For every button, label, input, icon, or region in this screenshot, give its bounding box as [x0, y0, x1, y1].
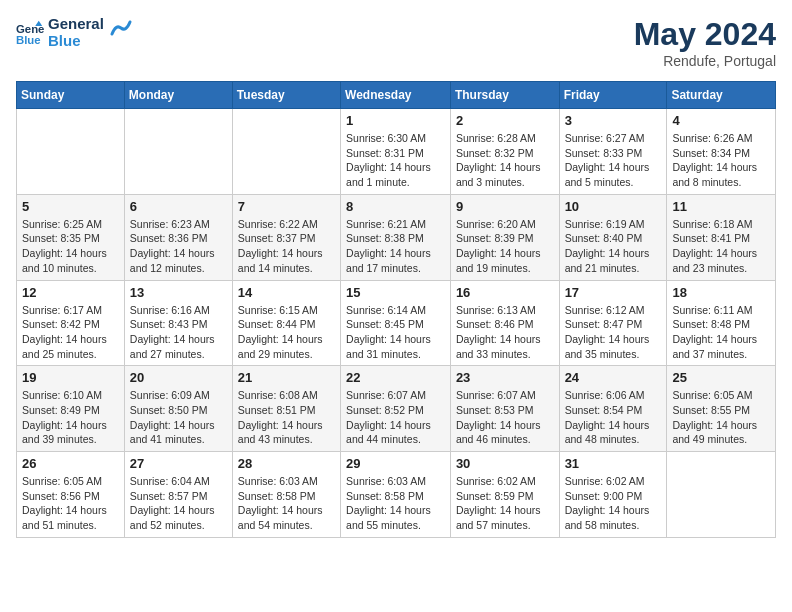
calendar-week-row: 1Sunrise: 6:30 AM Sunset: 8:31 PM Daylig…	[17, 109, 776, 195]
day-number: 13	[130, 285, 227, 300]
weekday-header: Thursday	[450, 82, 559, 109]
weekday-header: Wednesday	[341, 82, 451, 109]
calendar-week-row: 5Sunrise: 6:25 AM Sunset: 8:35 PM Daylig…	[17, 194, 776, 280]
calendar-cell: 14Sunrise: 6:15 AM Sunset: 8:44 PM Dayli…	[232, 280, 340, 366]
weekday-header: Friday	[559, 82, 667, 109]
weekday-header: Tuesday	[232, 82, 340, 109]
calendar-cell: 18Sunrise: 6:11 AM Sunset: 8:48 PM Dayli…	[667, 280, 776, 366]
day-number: 21	[238, 370, 335, 385]
day-number: 27	[130, 456, 227, 471]
calendar-cell: 19Sunrise: 6:10 AM Sunset: 8:49 PM Dayli…	[17, 366, 125, 452]
day-number: 23	[456, 370, 554, 385]
cell-info: Sunrise: 6:23 AM Sunset: 8:36 PM Dayligh…	[130, 217, 227, 276]
cell-info: Sunrise: 6:28 AM Sunset: 8:32 PM Dayligh…	[456, 131, 554, 190]
calendar-cell: 11Sunrise: 6:18 AM Sunset: 8:41 PM Dayli…	[667, 194, 776, 280]
day-number: 19	[22, 370, 119, 385]
cell-info: Sunrise: 6:14 AM Sunset: 8:45 PM Dayligh…	[346, 303, 445, 362]
calendar-cell: 4Sunrise: 6:26 AM Sunset: 8:34 PM Daylig…	[667, 109, 776, 195]
calendar-cell: 10Sunrise: 6:19 AM Sunset: 8:40 PM Dayli…	[559, 194, 667, 280]
calendar-cell: 1Sunrise: 6:30 AM Sunset: 8:31 PM Daylig…	[341, 109, 451, 195]
calendar-week-row: 12Sunrise: 6:17 AM Sunset: 8:42 PM Dayli…	[17, 280, 776, 366]
calendar-cell: 30Sunrise: 6:02 AM Sunset: 8:59 PM Dayli…	[450, 452, 559, 538]
calendar-cell: 27Sunrise: 6:04 AM Sunset: 8:57 PM Dayli…	[124, 452, 232, 538]
cell-info: Sunrise: 6:09 AM Sunset: 8:50 PM Dayligh…	[130, 388, 227, 447]
calendar-cell: 15Sunrise: 6:14 AM Sunset: 8:45 PM Dayli…	[341, 280, 451, 366]
calendar-cell: 21Sunrise: 6:08 AM Sunset: 8:51 PM Dayli…	[232, 366, 340, 452]
day-number: 2	[456, 113, 554, 128]
cell-info: Sunrise: 6:06 AM Sunset: 8:54 PM Dayligh…	[565, 388, 662, 447]
day-number: 10	[565, 199, 662, 214]
day-number: 3	[565, 113, 662, 128]
calendar-cell: 31Sunrise: 6:02 AM Sunset: 9:00 PM Dayli…	[559, 452, 667, 538]
day-number: 12	[22, 285, 119, 300]
calendar-cell: 13Sunrise: 6:16 AM Sunset: 8:43 PM Dayli…	[124, 280, 232, 366]
logo-icon: General Blue	[16, 19, 44, 47]
calendar-cell	[667, 452, 776, 538]
day-number: 31	[565, 456, 662, 471]
logo-general: General	[48, 16, 104, 33]
day-number: 15	[346, 285, 445, 300]
calendar-cell: 25Sunrise: 6:05 AM Sunset: 8:55 PM Dayli…	[667, 366, 776, 452]
weekday-header: Monday	[124, 82, 232, 109]
cell-info: Sunrise: 6:20 AM Sunset: 8:39 PM Dayligh…	[456, 217, 554, 276]
day-number: 8	[346, 199, 445, 214]
calendar-cell: 3Sunrise: 6:27 AM Sunset: 8:33 PM Daylig…	[559, 109, 667, 195]
day-number: 29	[346, 456, 445, 471]
cell-info: Sunrise: 6:25 AM Sunset: 8:35 PM Dayligh…	[22, 217, 119, 276]
cell-info: Sunrise: 6:04 AM Sunset: 8:57 PM Dayligh…	[130, 474, 227, 533]
calendar-cell: 28Sunrise: 6:03 AM Sunset: 8:58 PM Dayli…	[232, 452, 340, 538]
calendar-cell: 26Sunrise: 6:05 AM Sunset: 8:56 PM Dayli…	[17, 452, 125, 538]
cell-info: Sunrise: 6:15 AM Sunset: 8:44 PM Dayligh…	[238, 303, 335, 362]
title-block: May 2024 Rendufe, Portugal	[634, 16, 776, 69]
cell-info: Sunrise: 6:16 AM Sunset: 8:43 PM Dayligh…	[130, 303, 227, 362]
cell-info: Sunrise: 6:30 AM Sunset: 8:31 PM Dayligh…	[346, 131, 445, 190]
calendar-cell: 5Sunrise: 6:25 AM Sunset: 8:35 PM Daylig…	[17, 194, 125, 280]
calendar-cell	[124, 109, 232, 195]
svg-text:Blue: Blue	[16, 34, 41, 46]
cell-info: Sunrise: 6:26 AM Sunset: 8:34 PM Dayligh…	[672, 131, 770, 190]
page-header: General Blue General Blue May 2024 Rendu…	[16, 16, 776, 69]
cell-info: Sunrise: 6:02 AM Sunset: 9:00 PM Dayligh…	[565, 474, 662, 533]
cell-info: Sunrise: 6:11 AM Sunset: 8:48 PM Dayligh…	[672, 303, 770, 362]
day-number: 6	[130, 199, 227, 214]
day-number: 9	[456, 199, 554, 214]
day-number: 16	[456, 285, 554, 300]
weekday-header: Saturday	[667, 82, 776, 109]
cell-info: Sunrise: 6:13 AM Sunset: 8:46 PM Dayligh…	[456, 303, 554, 362]
cell-info: Sunrise: 6:05 AM Sunset: 8:55 PM Dayligh…	[672, 388, 770, 447]
day-number: 24	[565, 370, 662, 385]
cell-info: Sunrise: 6:03 AM Sunset: 8:58 PM Dayligh…	[346, 474, 445, 533]
cell-info: Sunrise: 6:22 AM Sunset: 8:37 PM Dayligh…	[238, 217, 335, 276]
calendar-cell: 2Sunrise: 6:28 AM Sunset: 8:32 PM Daylig…	[450, 109, 559, 195]
day-number: 1	[346, 113, 445, 128]
logo-wave-icon	[110, 20, 132, 38]
calendar-cell: 29Sunrise: 6:03 AM Sunset: 8:58 PM Dayli…	[341, 452, 451, 538]
day-number: 11	[672, 199, 770, 214]
calendar-table: SundayMondayTuesdayWednesdayThursdayFrid…	[16, 81, 776, 538]
calendar-cell: 20Sunrise: 6:09 AM Sunset: 8:50 PM Dayli…	[124, 366, 232, 452]
calendar-cell: 6Sunrise: 6:23 AM Sunset: 8:36 PM Daylig…	[124, 194, 232, 280]
day-number: 4	[672, 113, 770, 128]
day-number: 17	[565, 285, 662, 300]
day-number: 26	[22, 456, 119, 471]
cell-info: Sunrise: 6:02 AM Sunset: 8:59 PM Dayligh…	[456, 474, 554, 533]
logo: General Blue General Blue	[16, 16, 132, 49]
calendar-cell: 22Sunrise: 6:07 AM Sunset: 8:52 PM Dayli…	[341, 366, 451, 452]
cell-info: Sunrise: 6:08 AM Sunset: 8:51 PM Dayligh…	[238, 388, 335, 447]
calendar-cell: 12Sunrise: 6:17 AM Sunset: 8:42 PM Dayli…	[17, 280, 125, 366]
day-number: 30	[456, 456, 554, 471]
cell-info: Sunrise: 6:18 AM Sunset: 8:41 PM Dayligh…	[672, 217, 770, 276]
calendar-header-row: SundayMondayTuesdayWednesdayThursdayFrid…	[17, 82, 776, 109]
calendar-cell	[17, 109, 125, 195]
calendar-cell: 24Sunrise: 6:06 AM Sunset: 8:54 PM Dayli…	[559, 366, 667, 452]
day-number: 22	[346, 370, 445, 385]
cell-info: Sunrise: 6:27 AM Sunset: 8:33 PM Dayligh…	[565, 131, 662, 190]
day-number: 25	[672, 370, 770, 385]
calendar-cell: 9Sunrise: 6:20 AM Sunset: 8:39 PM Daylig…	[450, 194, 559, 280]
calendar-cell	[232, 109, 340, 195]
day-number: 20	[130, 370, 227, 385]
day-number: 5	[22, 199, 119, 214]
calendar-week-row: 26Sunrise: 6:05 AM Sunset: 8:56 PM Dayli…	[17, 452, 776, 538]
calendar-cell: 23Sunrise: 6:07 AM Sunset: 8:53 PM Dayli…	[450, 366, 559, 452]
logo-blue: Blue	[48, 33, 104, 50]
